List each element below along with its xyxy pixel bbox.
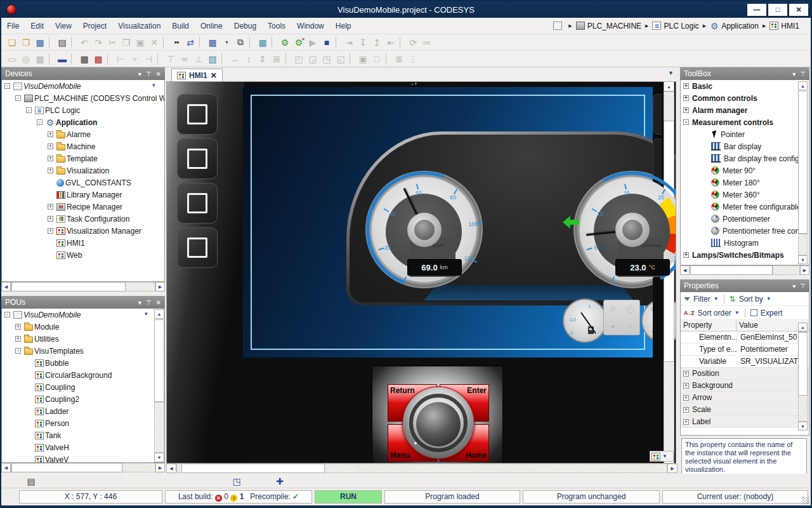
toolbox-item[interactable]: + Common controls	[681, 92, 809, 104]
property-row[interactable]: Elementn... GenElemInst_50	[681, 331, 809, 344]
breadcrumb-item[interactable]: PLC Logic ▶	[652, 22, 707, 30]
sep[interactable]	[400, 37, 404, 48]
pin-icon[interactable]: ⊤	[146, 299, 152, 306]
delete-icon[interactable]: ✕	[147, 36, 161, 49]
expander-icon[interactable]: +	[683, 83, 689, 89]
paste-icon[interactable]: ▣	[133, 36, 147, 49]
sep[interactable]	[350, 53, 354, 65]
tree-item[interactable]: ValveH	[2, 441, 164, 453]
tree-item[interactable]: HMI1	[2, 237, 164, 249]
expander-icon[interactable]: +	[15, 336, 21, 342]
sort-order-button[interactable]: Sort order	[698, 309, 731, 318]
same-height-icon[interactable]: ↕	[242, 53, 256, 65]
tree-item[interactable]: ValveV	[2, 453, 164, 463]
toolbox-item[interactable]: Pointer	[681, 128, 809, 140]
toolbox-item[interactable]: + Alarm manager	[681, 104, 809, 116]
align-top-icon[interactable]: ⊤	[164, 53, 178, 65]
expander-icon[interactable]: +	[683, 419, 689, 425]
breadcrumb-item[interactable]: Application ▶	[710, 22, 767, 30]
visualization-styles-icon[interactable]: ▩	[91, 53, 105, 65]
tree-item[interactable]: + Visualization Manager	[2, 225, 164, 237]
breadcrumb-item[interactable]: ▶	[553, 22, 573, 30]
expander-icon[interactable]: +	[48, 144, 53, 149]
tree-item[interactable]: Coupling2	[2, 393, 164, 405]
hmi-soft-button[interactable]	[177, 227, 218, 268]
toolbox-item[interactable]: - Measurement controls	[681, 116, 809, 128]
toolbox-item[interactable]: Potentiometer free conf	[681, 225, 809, 237]
toolbox-hscrollbar[interactable]: ◀ ▶	[680, 265, 809, 275]
logout-icon[interactable]: ⚙	[292, 36, 306, 49]
panel-dropdown-icon[interactable]: ▾	[792, 283, 796, 290]
tab-list-dropdown-icon[interactable]: ▼	[668, 70, 674, 76]
chevron-down-icon[interactable]: ▼	[735, 310, 740, 316]
tree-item[interactable]: + Alarme	[2, 128, 164, 140]
expander-icon[interactable]: +	[48, 228, 53, 234]
chevron-down-icon[interactable]: ▼	[766, 296, 771, 302]
menu-item[interactable]: Window	[291, 18, 330, 34]
tree-item[interactable]: CircularBackground	[2, 369, 164, 381]
visualization-icon[interactable]: ▩	[77, 53, 91, 65]
expander-icon[interactable]: -	[26, 107, 32, 113]
tree-item[interactable]: Bubble	[2, 357, 164, 369]
property-row[interactable]: +Label	[681, 416, 809, 428]
send-back-icon[interactable]: ◲	[306, 53, 320, 65]
property-row[interactable]: +Background	[681, 380, 809, 392]
speedometer-gauge[interactable]: 020406080100120 km/h 69.0 km	[365, 171, 483, 288]
step-out-icon[interactable]: ↥	[370, 36, 384, 49]
tab-hmi1[interactable]: HMI1 ✕	[171, 69, 223, 81]
expander-icon[interactable]: +	[683, 407, 689, 413]
background-image-icon[interactable]: ▧	[206, 53, 219, 65]
visualization-canvas[interactable]: 020406080100120 km/h 69.0 km	[166, 81, 676, 464]
sep[interactable]	[71, 37, 75, 48]
expander-icon[interactable]: +	[48, 216, 53, 222]
minimize-button[interactable]: —	[747, 4, 766, 16]
filter-button[interactable]: Filter	[693, 295, 710, 304]
project-settings-icon[interactable]: ▩	[206, 36, 219, 49]
group-icon[interactable]: ▣	[356, 53, 370, 65]
resize-grip[interactable]	[802, 497, 809, 504]
expander-icon[interactable]: +	[48, 204, 53, 210]
expander-icon[interactable]: +	[683, 252, 689, 258]
tree-item[interactable]: GVL_CONSTANTS	[2, 177, 164, 189]
expander-icon[interactable]: -	[4, 312, 10, 318]
toolbox-item[interactable]: Histogram	[681, 237, 809, 249]
toolbox-item[interactable]: + Basic	[681, 80, 809, 92]
find-icon[interactable]: ●●	[169, 36, 183, 49]
copy-icon[interactable]: ❐	[119, 36, 133, 49]
expander-icon[interactable]: -	[4, 83, 10, 89]
expander-icon[interactable]: +	[48, 131, 53, 137]
tree-item[interactable]: - Application	[2, 116, 164, 128]
menu-item[interactable]: Build	[166, 18, 195, 34]
bring-front-icon[interactable]: ◰	[292, 53, 306, 65]
maximize-button[interactable]: □	[768, 4, 787, 16]
tree-item[interactable]: + Task Configuration	[2, 213, 164, 225]
tree-item[interactable]: - VisuTemplates	[2, 345, 164, 357]
property-row[interactable]: Variable SR_VISUALIZATI...	[681, 356, 809, 368]
save-icon[interactable]: ▦	[33, 36, 47, 49]
hmi-soft-button[interactable]	[177, 183, 218, 224]
select-tool-icon[interactable]: ▭	[5, 53, 19, 65]
expander-icon[interactable]: +	[683, 95, 689, 101]
tree-item[interactable]: - VisuDemoMobile	[2, 80, 164, 92]
menu-item[interactable]: File	[1, 18, 25, 34]
sep[interactable]	[49, 53, 53, 65]
sort-by-button[interactable]: Sort by	[739, 295, 763, 304]
toolbox-item[interactable]: Bar display	[681, 140, 809, 152]
sep[interactable]	[49, 37, 53, 48]
pin-icon[interactable]: ⊤	[800, 70, 806, 77]
warning-lights-panel[interactable]: ⊟ ! ▰ ≈	[603, 300, 640, 335]
menu-item[interactable]: Help	[330, 18, 357, 34]
login-icon[interactable]: ⚙	[278, 36, 292, 49]
tree-root-dropdown-icon[interactable]: ▾	[145, 311, 153, 319]
tree-item[interactable]: Web	[2, 249, 164, 261]
same-width-icon[interactable]: ↔	[228, 53, 242, 65]
sep[interactable]	[386, 53, 390, 65]
tab-order-icon[interactable]: ≣	[392, 53, 406, 65]
close-button[interactable]: ✕	[789, 4, 808, 16]
property-row[interactable]: +Arrow	[681, 392, 809, 404]
splitter-collapse-icon[interactable]: ▵ ▾	[411, 81, 417, 86]
property-row[interactable]: Type of e... Potentiometer	[681, 344, 809, 356]
undo-icon[interactable]: ↶	[77, 36, 91, 49]
step-over-icon[interactable]: ⇥	[342, 36, 356, 49]
tree-item[interactable]: + Machine	[2, 140, 164, 152]
